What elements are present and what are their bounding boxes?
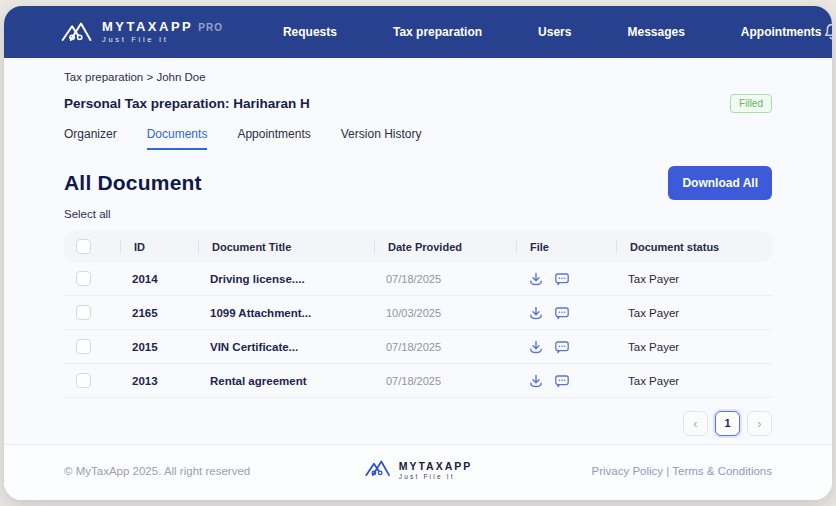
tab-organizer[interactable]: Organizer [64,127,117,150]
brand-logo[interactable]: MYTAXAPP PRO Just File It [60,19,223,45]
cell-id: 2014 [120,273,198,285]
copyright-text: © MyTaxApp 2025. All right reserved [64,465,364,477]
tab-documents[interactable]: Documents [147,127,208,150]
table-row: 2165 1099 Attachment... 10/03/2025 Tax P… [64,296,772,330]
download-icon[interactable] [528,305,544,321]
nav-item-appointments[interactable]: Appointments [741,25,822,39]
row-checkbox[interactable] [76,373,91,388]
cell-status: Tax Payer [616,307,772,319]
tab-version-history[interactable]: Version History [341,127,422,150]
table-row: 2013 Rental agreement 07/18/2025 Tax Pay… [64,364,772,398]
download-all-button[interactable]: Download All [668,166,772,200]
tab-appointments[interactable]: Appointments [237,127,310,150]
comment-icon[interactable] [554,373,570,389]
comment-icon[interactable] [554,339,570,355]
cell-title: Rental agreement [198,375,374,387]
status-badge: Filled [730,94,772,113]
row-checkbox[interactable] [76,305,91,320]
pagination: ‹ 1 › [64,411,772,436]
cell-date: 10/03/2025 [374,307,516,319]
tab-bar: Organizer Documents Appointments Version… [64,127,772,150]
column-header-date: Date Provided [374,241,516,253]
app-window: MYTAXAPP PRO Just File It Requests Tax p… [4,6,832,500]
cell-date: 07/18/2025 [374,341,516,353]
cell-id: 2165 [120,307,198,319]
cell-status: Tax Payer [616,273,772,285]
nav-item-requests[interactable]: Requests [283,25,337,39]
cell-date: 07/18/2025 [374,375,516,387]
cell-id: 2013 [120,375,198,387]
footer: © MyTaxApp 2025. All right reserved MYTA… [4,444,832,500]
breadcrumb[interactable]: Tax preparation > John Doe [64,71,772,83]
nav-item-tax-preparation[interactable]: Tax preparation [393,25,482,39]
mountain-logo-icon [364,458,392,483]
top-nav: MYTAXAPP PRO Just File It Requests Tax p… [4,6,832,58]
download-icon[interactable] [528,339,544,355]
pagination-next-button[interactable]: › [747,411,772,436]
brand-pro-tag: PRO [198,23,223,33]
cell-date: 07/18/2025 [374,273,516,285]
row-checkbox[interactable] [76,339,91,354]
main-content: Tax preparation > John Doe Personal Tax … [4,58,832,444]
notification-bell-icon[interactable] [822,21,832,43]
comment-icon[interactable] [554,305,570,321]
footer-links[interactable]: Privacy Policy | Terms & Conditions [472,465,772,477]
section-heading: All Document [64,171,202,195]
brand-name: MYTAXAPP [102,20,193,33]
column-header-id: ID [120,241,198,253]
cell-status: Tax Payer [616,375,772,387]
table-row: 2014 Driving license.... 07/18/2025 Tax … [64,262,772,296]
footer-brand-tagline: Just File It [399,474,473,481]
cell-title: Driving license.... [198,273,374,285]
table-header-row: ID Document Title Date Provided File Doc… [64,231,772,262]
column-header-file: File [516,241,616,253]
cell-status: Tax Payer [616,341,772,353]
row-checkbox[interactable] [76,271,91,286]
download-icon[interactable] [528,373,544,389]
mountain-logo-icon [60,19,94,45]
footer-brand-logo: MYTAXAPP Just File It [364,458,473,483]
nav-item-users[interactable]: Users [538,25,571,39]
nav-item-messages[interactable]: Messages [627,25,684,39]
documents-table: ID Document Title Date Provided File Doc… [64,231,772,398]
column-header-status: Document status [616,241,772,253]
column-header-title: Document Title [198,241,374,253]
select-all-checkbox[interactable] [76,239,91,254]
page-title: Personal Tax preparation: Hariharan H [64,96,310,111]
pagination-page-1-button[interactable]: 1 [715,411,740,436]
pagination-prev-button[interactable]: ‹ [683,411,708,436]
table-row: 2015 VIN Certificate... 07/18/2025 Tax P… [64,330,772,364]
select-all-label[interactable]: Select all [64,208,772,220]
comment-icon[interactable] [554,271,570,287]
footer-brand-name: MYTAXAPP [399,461,473,472]
cell-id: 2015 [120,341,198,353]
brand-tagline: Just File It [102,36,223,44]
download-icon[interactable] [528,271,544,287]
cell-title: 1099 Attachment... [198,307,374,319]
nav-menu: Requests Tax preparation Users Messages … [283,25,822,39]
cell-title: VIN Certificate... [198,341,374,353]
